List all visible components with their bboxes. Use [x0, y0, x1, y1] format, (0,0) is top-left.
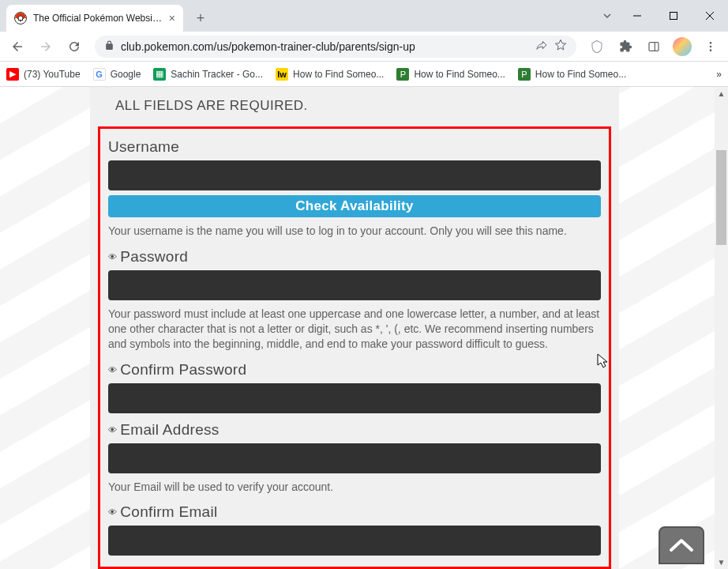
username-label: Username [108, 138, 601, 156]
eye-icon[interactable]: 👁 [108, 365, 117, 375]
bookmarks-bar: ▶ (73) YouTube G Google ▦ Sachin Tracker… [0, 62, 728, 87]
window-maximize-button[interactable] [655, 0, 692, 32]
browser-toolbar: club.pokemon.com/us/pokemon-trainer-club… [0, 32, 728, 62]
url-text: club.pokemon.com/us/pokemon-trainer-club… [121, 40, 529, 53]
bookmark-label: (73) YouTube [24, 69, 81, 80]
required-fields-note: ALL FIELDS ARE REQUIRED. [90, 87, 619, 126]
back-to-top-button[interactable] [659, 526, 704, 564]
check-availability-button[interactable]: Check Availability [108, 195, 601, 217]
px-icon: P [518, 68, 531, 81]
tab-close-icon[interactable]: × [169, 12, 175, 24]
pokeball-favicon-icon [14, 12, 27, 24]
forward-button[interactable] [33, 34, 58, 59]
bookmark-px1[interactable]: P How to Find Someo... [396, 68, 505, 81]
bookmark-label: How to Find Someo... [414, 69, 505, 80]
bookmark-label: Google [111, 69, 141, 80]
window-close-button[interactable] [692, 0, 728, 32]
svg-point-4 [710, 42, 712, 44]
browser-title-bar: The Official Pokémon Website | P × + [0, 0, 728, 32]
bookmark-youtube[interactable]: ▶ (73) YouTube [6, 68, 81, 81]
bookmark-label: How to Find Someo... [293, 69, 384, 80]
password-label: 👁 Password [108, 248, 601, 266]
bookmarks-overflow-icon[interactable]: » [716, 69, 722, 80]
signup-form-highlight: Username Check Availability Your usernam… [98, 126, 611, 569]
confirm-email-input[interactable] [108, 526, 601, 556]
bookmark-px2[interactable]: P How to Find Someo... [518, 68, 626, 81]
window-controls [595, 0, 728, 32]
confirm-password-label: 👁 Confirm Password [108, 361, 601, 379]
page-viewport: ALL FIELDS ARE REQUIRED. Username Check … [0, 87, 728, 569]
lw-icon: lw [276, 68, 288, 81]
eye-icon[interactable]: 👁 [108, 425, 117, 435]
shield-icon[interactable] [584, 34, 610, 59]
username-help-text: Your username is the name you will use t… [108, 224, 601, 239]
scroll-up-icon[interactable]: ▲ [715, 87, 728, 100]
tab-title: The Official Pokémon Website | P [33, 13, 163, 24]
scrollbar[interactable]: ▲ ▼ [715, 87, 728, 569]
px-icon: P [396, 68, 409, 81]
new-tab-button[interactable]: + [190, 7, 212, 29]
bookmark-lw[interactable]: lw How to Find Someo... [276, 68, 384, 81]
bookmark-google[interactable]: G Google [93, 68, 141, 81]
bookmark-star-icon[interactable] [554, 39, 567, 54]
password-input[interactable] [108, 270, 601, 300]
side-panel-icon[interactable] [641, 34, 666, 59]
bookmark-label: Sachin Tracker - Go... [171, 69, 263, 80]
address-bar[interactable]: club.pokemon.com/us/pokemon-trainer-club… [95, 36, 576, 58]
form-container: ALL FIELDS ARE REQUIRED. Username Check … [90, 87, 619, 569]
tab-search-icon[interactable] [595, 10, 619, 21]
email-label: 👁 Email Address [108, 421, 601, 439]
extensions-icon[interactable] [613, 34, 638, 59]
eye-icon[interactable]: 👁 [108, 507, 117, 517]
browser-tab[interactable]: The Official Pokémon Website | P × [6, 5, 183, 32]
svg-rect-2 [649, 42, 659, 51]
eye-icon[interactable]: 👁 [108, 252, 117, 262]
profile-avatar[interactable] [670, 34, 695, 59]
scroll-down-icon[interactable]: ▼ [715, 556, 728, 569]
username-input[interactable] [108, 160, 601, 190]
email-input[interactable] [108, 443, 601, 473]
youtube-icon: ▶ [6, 68, 19, 81]
back-button[interactable] [5, 34, 30, 59]
google-icon: G [93, 68, 106, 81]
lock-icon [104, 40, 114, 53]
confirm-password-input[interactable] [108, 383, 601, 413]
window-minimize-button[interactable] [619, 0, 655, 32]
email-help-text: Your Email will be used to verify your a… [108, 480, 601, 495]
confirm-email-label: 👁 Confirm Email [108, 503, 601, 521]
bookmark-label: How to Find Someo... [535, 69, 626, 80]
svg-rect-1 [670, 13, 677, 20]
reload-button[interactable] [62, 34, 87, 59]
sheets-icon: ▦ [153, 68, 166, 81]
share-icon[interactable] [535, 39, 548, 54]
svg-point-6 [710, 49, 712, 51]
menu-icon[interactable] [698, 34, 723, 59]
chevron-up-icon [668, 537, 695, 554]
scrollbar-thumb[interactable] [716, 150, 726, 245]
bookmark-sheets[interactable]: ▦ Sachin Tracker - Go... [153, 68, 263, 81]
password-help-text: Your password must include at least one … [108, 307, 601, 352]
svg-point-5 [710, 45, 712, 47]
